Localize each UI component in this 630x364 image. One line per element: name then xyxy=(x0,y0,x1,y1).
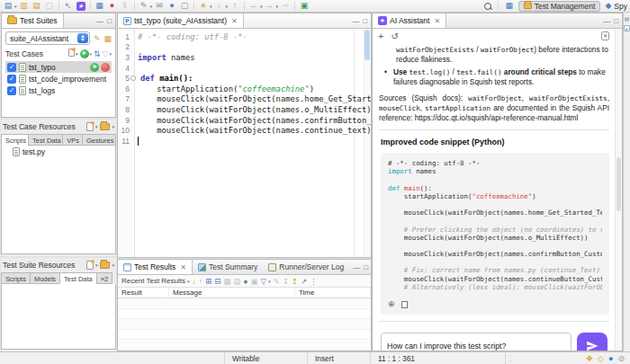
previous-failure-icon[interactable]: ↑ xyxy=(199,277,202,286)
run-test-case-icon[interactable] xyxy=(90,63,99,72)
tab-vps[interactable]: VPs xyxy=(62,134,82,146)
fast-view-editor-icon[interactable]: ▤ xyxy=(625,15,630,22)
list-item-tst-code-improvement[interactable]: ✓ tst_code_improvement xyxy=(5,73,112,84)
maximize-icon[interactable]: □ xyxy=(364,263,368,271)
list-item-tst-typo[interactable]: ✓ tst_typo xyxy=(5,61,112,73)
tab-gestures[interactable]: Gestures xyxy=(82,134,116,146)
maximize-icon[interactable]: □ xyxy=(363,17,367,25)
filter-dropdown-icon[interactable]: ▾ xyxy=(268,279,271,284)
sort-icon[interactable]: ⇅ xyxy=(94,49,101,58)
stop-icon[interactable]: ● xyxy=(107,1,118,11)
tab-runner-server-log[interactable]: Runner/Server Log xyxy=(263,260,349,274)
open-new-window-icon[interactable]: ▣ xyxy=(299,1,310,11)
maximize-icon[interactable]: □ xyxy=(107,17,112,25)
expand-all-icon[interactable]: ⊞ xyxy=(205,277,212,286)
insert-snippet-icon[interactable]: ⊕ xyxy=(388,299,395,309)
window-icon[interactable]: ▢ xyxy=(179,1,190,11)
new-wizard-dropdown-icon[interactable]: ▾ xyxy=(14,4,17,9)
column-result[interactable]: Result xyxy=(118,288,169,297)
tab-test-results[interactable]: Test Results ✕ xyxy=(118,260,193,274)
new-test-case-icon[interactable] xyxy=(68,49,75,58)
close-icon[interactable]: ✕ xyxy=(180,263,186,271)
view-menu-icon[interactable]: ⋮ xyxy=(310,277,318,286)
chat-input[interactable] xyxy=(381,333,572,351)
object-map-icon[interactable]: ▦ xyxy=(104,34,112,43)
forward-icon[interactable]: → xyxy=(265,1,275,11)
next-annotation-icon[interactable]: ↓ xyxy=(214,1,225,11)
minimize-icon[interactable]: — xyxy=(96,17,104,25)
tab-test-data[interactable]: Test Data xyxy=(28,134,62,146)
filter-icon[interactable]: ▽ xyxy=(103,49,109,58)
code-editor[interactable]: 1# -*- coding: utf-8 -*- 2 3import names… xyxy=(118,29,371,257)
new-test-case-dropdown-icon[interactable]: ▾ xyxy=(76,51,78,57)
open-resource-dropdown-icon[interactable]: ▾ xyxy=(112,124,114,129)
list-item-tst-logs[interactable]: ✓ tst_logs xyxy=(5,84,112,96)
network-status-icon[interactable]: ● xyxy=(608,354,613,363)
back-dropdown-icon[interactable]: ▾ xyxy=(260,4,263,9)
export-icon[interactable]: ▤ xyxy=(32,1,42,11)
annotate-icon[interactable]: ✎ xyxy=(139,1,149,11)
pause-icon[interactable]: ‖ xyxy=(120,1,130,11)
open-external-icon[interactable]: ↗ xyxy=(301,277,307,286)
new-resource-icon[interactable] xyxy=(86,122,94,131)
list-item-test-py[interactable]: test.py xyxy=(22,147,45,156)
back-icon[interactable]: ← xyxy=(248,1,259,11)
recent-results-dropdown-icon[interactable]: ▾ xyxy=(187,279,190,284)
object-map-icon[interactable]: ◇ xyxy=(598,354,604,363)
open-resource-folder-icon[interactable] xyxy=(100,123,110,130)
minimize-icon[interactable]: — xyxy=(352,17,359,25)
spy-perspective-button[interactable]: ◆ Spy xyxy=(604,1,627,11)
filter-dropdown-icon[interactable]: ▾ xyxy=(109,51,112,57)
checkbox-checked-icon[interactable]: ✓ xyxy=(7,63,16,72)
new-resource-dropdown-icon[interactable]: ▾ xyxy=(95,262,98,268)
recent-test-results-dropdown[interactable]: Recent Test Results xyxy=(122,277,185,285)
close-icon[interactable]: ✕ xyxy=(231,17,238,25)
wand-icon[interactable]: ∗ xyxy=(198,1,209,11)
tab-test-suites[interactable]: Test Suites xyxy=(2,13,64,28)
wand-dropdown-icon[interactable]: ▾ xyxy=(210,4,212,9)
run-test-suite-icon[interactable] xyxy=(80,49,89,58)
tab-models[interactable]: Models xyxy=(30,272,59,284)
column-message[interactable]: Message xyxy=(169,288,295,297)
ai-panel-scrollbar[interactable] xyxy=(615,29,622,351)
column-time[interactable]: Time xyxy=(295,288,371,297)
pick-tool-icon[interactable]: ❖ xyxy=(586,354,593,363)
new-wizard-icon[interactable]: ▤ xyxy=(3,1,14,11)
tab-test-summary[interactable]: Test Summary xyxy=(193,260,263,274)
maximize-icon[interactable]: □ xyxy=(614,17,618,25)
open-resource-folder-icon[interactable] xyxy=(100,262,110,269)
send-button[interactable] xyxy=(577,333,608,351)
checkbox-checked-icon[interactable]: ✓ xyxy=(7,75,16,84)
new-resource-dropdown-icon[interactable]: ▾ xyxy=(95,124,98,129)
import-report-icon[interactable]: ↥ xyxy=(292,277,298,286)
close-icon[interactable]: ✕ xyxy=(434,17,440,25)
ai-assistant-toolbar-icon[interactable]: ★ xyxy=(76,1,86,11)
search-icon[interactable] xyxy=(483,2,492,11)
scrollbar-thumb[interactable] xyxy=(616,157,621,211)
filter-icon[interactable]: ▽ xyxy=(261,277,267,286)
suite-selector-spinner-icon[interactable] xyxy=(77,33,88,43)
test-management-perspective-button[interactable]: Test Management xyxy=(518,1,601,12)
history-icon[interactable]: ↺ xyxy=(391,31,398,41)
tab-scripts[interactable]: Scripts xyxy=(1,272,30,284)
new-resource-icon[interactable] xyxy=(86,261,94,270)
import-icon[interactable]: ▥ xyxy=(19,1,30,11)
tab-tst-typo-editor[interactable]: P tst_typo (suite_AIAssistant) ✕ xyxy=(118,13,244,28)
tab-ai-assistant[interactable]: ★ AI Assistant ✕ xyxy=(373,13,446,28)
edit-suite-settings-icon[interactable]: ✎ xyxy=(94,34,101,43)
forward-dropdown-icon[interactable]: ▾ xyxy=(276,4,279,9)
fast-view-restore-icon[interactable]: ▸ xyxy=(624,25,630,31)
verification-icon[interactable]: ● xyxy=(243,277,248,286)
open-perspective-icon[interactable]: ▦ xyxy=(504,1,515,11)
copy-snippet-icon[interactable] xyxy=(401,301,408,308)
previous-annotation-icon[interactable]: ↑ xyxy=(230,1,240,11)
tab-test-data[interactable]: Test Data xyxy=(59,272,96,284)
web-icon[interactable]: ● xyxy=(166,1,177,11)
record-icon[interactable]: ▦ xyxy=(94,1,105,11)
open-resource-dropdown-icon[interactable]: ▾ xyxy=(112,262,114,268)
run-dropdown-icon[interactable]: ▾ xyxy=(90,51,93,57)
save-icon[interactable]: ▢ xyxy=(44,1,55,11)
detach-view-icon[interactable]: ✕ xyxy=(601,31,609,40)
minimize-icon[interactable]: — xyxy=(603,17,610,25)
next-failure-icon[interactable]: ↓ xyxy=(193,277,196,286)
